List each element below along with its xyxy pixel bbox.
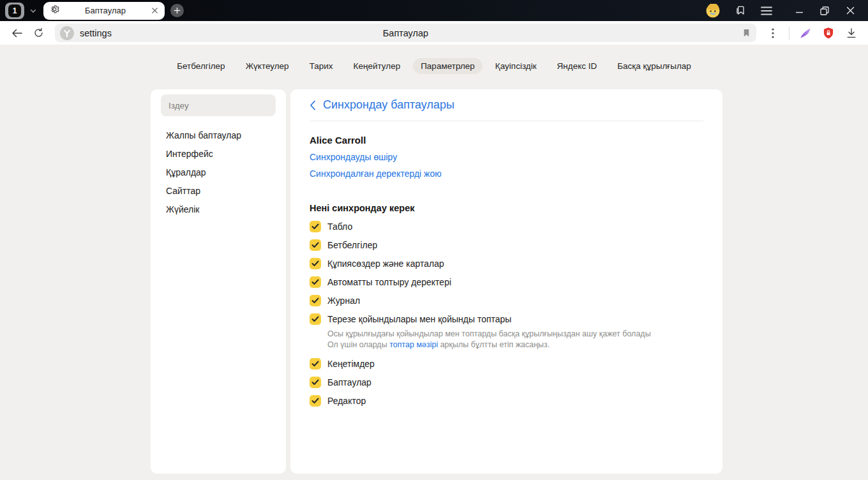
sidebar-item[interactable]: Жүйелік [161,200,276,218]
bookmark-icon[interactable] [742,28,751,38]
checkbox-label: Кеңетімдер [327,359,375,369]
sidebar-item[interactable]: Сайттар [161,181,276,200]
sync-option: Автоматты толтыру деректері [310,273,703,291]
sync-option: Бетбелгілер [310,236,703,254]
browser-tab[interactable]: Баптаулар [43,2,165,20]
settings-nav: Бетбелгілер Жүктеулер Тарих Кеңейтулер П… [0,45,868,74]
disable-sync-link[interactable]: Синхрондауды өшіру [310,152,397,162]
checkbox-checked[interactable] [310,395,321,407]
settings-nav-tab[interactable]: Кеңейтулер [346,58,408,74]
page-title: Синхрондау баптаулары [323,98,454,112]
sync-option: Кеңетімдер [310,354,703,373]
account-name: Alice Carroll [310,135,703,146]
url-text: settings [80,28,112,38]
search-input[interactable] [161,94,276,116]
tab-strip: 1 Баптаулар [0,0,868,21]
chevron-left-icon [310,100,316,110]
profile-avatar[interactable] [706,4,720,18]
sync-option: Журнал [310,291,703,310]
tab-counter: 1 [8,4,21,17]
checkbox-label: Бетбелгілер [327,240,377,250]
sync-option: Терезе қойындылары мен қойынды топтары О… [310,310,703,350]
checkbox-checked[interactable] [310,276,321,288]
close-window-button[interactable] [837,0,863,21]
checkbox-label: Редактор [327,396,366,406]
sidebar-item[interactable]: Жалпы баптаулар [161,126,276,144]
checkbox-checked[interactable] [310,377,321,388]
checkbox-checked[interactable] [310,221,321,232]
kebab-menu-icon[interactable] [763,24,783,43]
minimize-button[interactable] [786,0,812,21]
checkbox-checked[interactable] [310,295,321,306]
settings-nav-tab[interactable]: Қауіпсіздік [488,58,544,74]
delete-synced-data-link[interactable]: Синхрондалған деректерді жою [310,169,442,179]
back-header[interactable]: Синхрондау баптаулары [310,89,703,121]
menu-icon[interactable] [761,6,772,15]
sidebar-list: Жалпы баптаулар Интерфейс Құралдар Сайтт… [161,126,276,218]
sync-options-list: Табло Бетбелгілер [310,217,703,410]
checkbox-label: Құпиясөздер және карталар [327,259,444,269]
checkbox-label: Табло [327,221,352,232]
sync-settings-panel: Синхрондау баптаулары Alice Carroll Синх… [290,89,722,474]
restore-button[interactable] [812,0,837,21]
settings-nav-tab[interactable]: Басқа құрылғылар [610,58,699,74]
checkbox-checked[interactable] [310,239,321,251]
browser-toolbar: settings Баптаулар [0,21,868,45]
settings-page: Бетбелгілер Жүктеулер Тарих Кеңейтулер П… [0,45,868,480]
sync-option: Құпиясөздер және карталар [310,254,703,273]
reload-icon[interactable] [28,24,50,43]
gear-icon [50,4,59,17]
section-title: Нені синхрондау керек [310,203,703,213]
omnibox-page-title: Баптаулар [55,28,756,38]
sidebar-item[interactable]: Құралдар [161,163,276,181]
checkbox-label: Баптаулар [327,377,371,387]
adblock-shield-icon[interactable] [818,24,839,43]
feather-extension-icon[interactable] [795,24,816,43]
checkbox-label: Автоматты толтыру деректері [327,277,451,287]
collections-icon[interactable] [734,4,747,17]
tab-title: Баптаулар [64,6,146,15]
site-badge-icon[interactable] [60,26,74,40]
address-bar[interactable]: settings Баптаулар [55,24,756,42]
checkbox-label: Терезе қойындылары мен қойынды топтары [327,314,511,324]
groups-menu-link[interactable]: топтар мәзірі [389,340,438,349]
tab-list-chevron-icon[interactable] [29,7,37,15]
settings-nav-tab[interactable]: Жүктеулер [238,58,297,74]
sync-option: Табло [310,217,703,236]
settings-nav-tab[interactable]: Параметрлер [413,58,483,74]
sync-option: Баптаулар [310,373,703,391]
settings-sidebar: Жалпы баптаулар Интерфейс Құралдар Сайтт… [151,89,286,474]
checkbox-checked[interactable] [310,258,321,269]
option-description: Осы құрылғыдағы қойындылар мен топтарды … [327,329,666,350]
back-icon[interactable] [6,24,28,43]
settings-nav-tab[interactable]: Яндекс ID [550,58,605,74]
tab-close-icon[interactable] [151,5,158,17]
tab-panel-toggle[interactable]: 1 [5,3,24,19]
settings-nav-tab[interactable]: Тарих [302,58,341,74]
sidebar-item[interactable]: Интерфейс [161,144,276,163]
toolbar-divider [789,27,789,40]
checkbox-checked[interactable] [310,358,321,370]
settings-nav-tab[interactable]: Бетбелгілер [169,58,232,74]
new-tab-button[interactable] [170,4,184,17]
sync-option: Редактор [310,391,703,410]
checkbox-checked[interactable] [310,313,321,325]
checkbox-label: Журнал [327,296,360,306]
download-icon[interactable] [841,24,862,43]
